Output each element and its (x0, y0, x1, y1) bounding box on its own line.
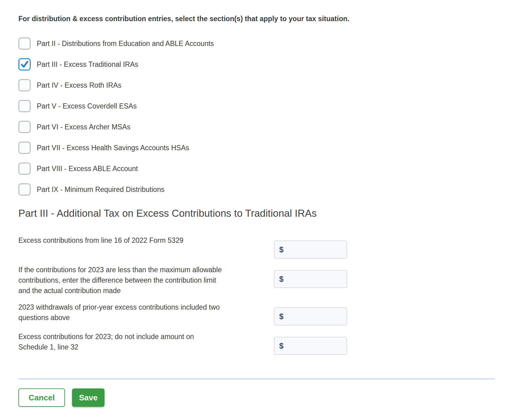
form-row-contribution-difference: If the contributions for 2023 are less t… (18, 265, 347, 296)
checkbox-option-part-iii[interactable]: Part III - Excess Traditional IRAs (18, 58, 495, 71)
excess-contributions-2023-field[interactable]: $ (274, 337, 347, 355)
withdrawals-of-prior-year-excess-field[interactable]: $ (274, 307, 347, 325)
part-vi-checkbox[interactable] (18, 121, 31, 133)
checkbox-option-part-viii[interactable]: Part VIII - Excess ABLE Account (18, 162, 495, 175)
form-row-excess-2023: Excess contributions for 2023; do not in… (18, 331, 347, 355)
dollar-prefix: $ (279, 245, 284, 254)
checkbox-option-part-ix[interactable]: Part IX - Minimum Required Distributions (18, 183, 495, 196)
part-vii-checkbox[interactable] (18, 142, 31, 154)
checkbox-label: Part VIII - Excess ABLE Account (37, 165, 138, 173)
part-iv-checkbox[interactable] (18, 79, 31, 91)
checkbox-option-part-ii[interactable]: Part II - Distributions from Education a… (18, 37, 495, 50)
part-ii-checkbox[interactable] (18, 37, 31, 50)
dollar-prefix: $ (279, 312, 284, 321)
field-label: If the contributions for 2023 are less t… (18, 265, 222, 296)
checkbox-option-part-vii[interactable]: Part VII - Excess Health Savings Account… (18, 142, 495, 154)
checkbox-label: Part V - Excess Coverdell ESAs (37, 102, 137, 110)
field-label: 2023 withdrawals of prior-year excess co… (18, 302, 220, 323)
checkbox-label: Part II - Distributions from Education a… (37, 40, 214, 48)
field-label: Excess contributions from line 16 of 202… (18, 235, 183, 246)
checkmark-icon (20, 60, 29, 69)
prior-year-excess-contributions-input[interactable] (287, 245, 343, 254)
excess-contributions-2023-input[interactable] (287, 341, 343, 350)
checkbox-label: Part VII - Excess Health Savings Account… (37, 144, 189, 152)
part-iii-form: Excess contributions from line 16 of 202… (18, 235, 495, 355)
save-button[interactable]: Save (72, 388, 105, 407)
checkbox-option-part-vi[interactable]: Part VI - Excess Archer MSAs (18, 121, 495, 133)
withdrawals-of-prior-year-excess-input[interactable] (287, 312, 343, 321)
part-ix-checkbox[interactable] (18, 183, 31, 196)
section-checkbox-list: Part II - Distributions from Education a… (18, 37, 495, 196)
checkbox-option-part-v[interactable]: Part V - Excess Coverdell ESAs (18, 100, 495, 112)
part-iii-section-heading: Part III - Additional Tax on Excess Cont… (18, 207, 495, 220)
checkbox-label: Part III - Excess Traditional IRAs (37, 60, 138, 69)
part-iii-checkbox[interactable] (18, 58, 31, 71)
checkbox-option-part-iv[interactable]: Part IV - Excess Roth IRAs (18, 79, 495, 91)
dollar-prefix: $ (279, 275, 284, 284)
instructions-text: For distribution & excess contribution e… (18, 13, 495, 24)
prior-year-excess-contributions-field[interactable]: $ (274, 241, 347, 258)
form-row-withdrawals: 2023 withdrawals of prior-year excess co… (18, 302, 347, 325)
form-page: For distribution & excess contribution e… (0, 0, 510, 419)
part-v-checkbox[interactable] (18, 100, 31, 112)
cancel-button[interactable]: Cancel (18, 388, 65, 407)
field-label: Excess contributions for 2023; do not in… (18, 331, 194, 352)
form-row-prior-year-excess: Excess contributions from line 16 of 202… (18, 235, 347, 258)
checkbox-label: Part IX - Minimum Required Distributions (37, 185, 165, 194)
form-actions: Cancel Save (18, 388, 495, 407)
section-divider (18, 379, 495, 379)
contribution-difference-input[interactable] (287, 274, 343, 284)
contribution-difference-field[interactable]: $ (274, 270, 347, 288)
dollar-prefix: $ (279, 342, 284, 350)
checkbox-label: Part VI - Excess Archer MSAs (37, 123, 130, 131)
checkbox-label: Part IV - Excess Roth IRAs (37, 81, 121, 90)
part-viii-checkbox[interactable] (18, 162, 31, 175)
